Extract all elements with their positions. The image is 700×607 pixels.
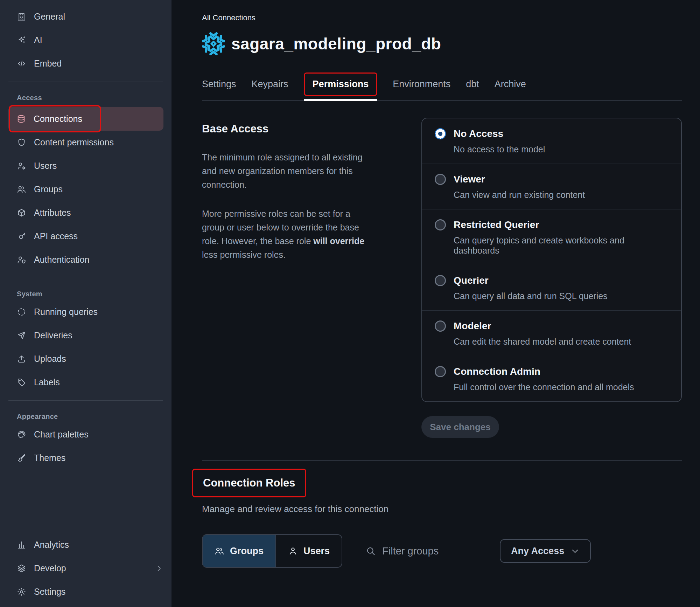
sidebar-item-label: Themes [34, 453, 65, 463]
option-name: Connection Admin [454, 366, 540, 377]
sidebar-item-label: Authentication [34, 255, 89, 265]
base-access-option[interactable]: Querier Can query all data and run SQL q… [422, 265, 681, 310]
sidebar-item-label: Running queries [34, 307, 98, 317]
access-filter-dropdown[interactable]: Any Access [500, 539, 591, 563]
sparkles-icon [17, 35, 26, 45]
sidebar-item-label: Embed [34, 58, 62, 69]
sidebar-item[interactable]: Groups [0, 178, 172, 201]
base-access-option[interactable]: Viewer Can view and run existing content [422, 164, 681, 209]
tab[interactable]: Settings [202, 68, 236, 100]
radio-button[interactable] [435, 366, 446, 377]
sidebar-item[interactable]: General [0, 5, 172, 28]
sidebar-item[interactable]: Uploads [0, 347, 172, 371]
sidebar-item-label: General [34, 12, 65, 22]
sidebar-item[interactable]: Settings [0, 580, 172, 603]
brush-icon [17, 453, 26, 463]
base-access-option[interactable]: No Access No access to the model [422, 118, 681, 164]
sidebar-item[interactable]: Content permissions [0, 131, 172, 154]
sidebar-sections: Access Connections Content permissions [0, 82, 172, 470]
base-access-option[interactable]: Connection Admin Full control over the c… [422, 356, 681, 401]
sidebar-item[interactable]: Users [0, 154, 172, 178]
option-name: Querier [454, 275, 489, 286]
tab[interactable]: Permissions [304, 68, 378, 100]
page-title: sagara_modeling_prod_db [231, 34, 441, 53]
sidebar-item[interactable]: Attributes [0, 201, 172, 225]
radio-button[interactable] [435, 219, 446, 230]
upload-icon [17, 354, 26, 364]
breadcrumb[interactable]: All Connections [202, 13, 682, 22]
toggle-segment[interactable]: Users [275, 535, 342, 567]
tab[interactable]: Environments [393, 68, 450, 100]
sidebar-divider [8, 278, 163, 278]
sidebar-item[interactable]: Develop [0, 557, 172, 580]
base-access-section: Base Access The minimum role assigned to… [202, 118, 682, 438]
radio-button[interactable] [435, 128, 446, 139]
radio-button[interactable] [435, 174, 446, 185]
tab[interactable]: Keypairs [252, 68, 288, 100]
key-icon [17, 232, 26, 241]
base-access-option[interactable]: Modeler Can edit the shared model and cr… [422, 310, 681, 356]
connection-roles-annotation-box: Connection Roles [192, 469, 306, 497]
option-description: Can view and run existing content [454, 190, 671, 200]
settings-sidebar: General AI Embed Access [0, 0, 172, 607]
base-access-option[interactable]: Restricted Querier Can query topics and … [422, 209, 681, 265]
option-name: Viewer [454, 174, 485, 185]
palette-icon [17, 430, 26, 439]
sidebar-item[interactable]: Labels [0, 371, 172, 394]
sidebar-item-label: Chart palettes [34, 429, 89, 440]
radio-button[interactable] [435, 320, 446, 332]
sidebar-bottom-group: Analytics Develop Settings [0, 533, 172, 603]
sidebar-item[interactable]: Deliveries [0, 324, 172, 347]
filter-groups-input[interactable] [382, 545, 488, 557]
sidebar-section: Access Connections Content permissions [0, 82, 172, 271]
sidebar-item-label: Uploads [34, 354, 66, 364]
filter-groups-search[interactable] [365, 545, 488, 557]
radio-button[interactable] [435, 275, 446, 286]
snowflake-icon [202, 32, 225, 55]
sidebar-item-label: Deliveries [34, 330, 72, 340]
sidebar-item-label: AI [34, 35, 42, 45]
option-name: No Access [454, 128, 503, 139]
option-description: Can query all data and run SQL queries [454, 291, 671, 301]
people-icon [215, 546, 224, 556]
save-changes-button[interactable]: Save changes [421, 416, 499, 438]
sidebar-section-label: Appearance [17, 413, 172, 421]
connection-tabs: Settings Keypairs Permissions Environmen… [202, 68, 682, 101]
sidebar-item[interactable]: Embed [0, 52, 172, 75]
sidebar-top-group: General AI Embed [0, 5, 172, 75]
base-access-option-list: No Access No access to the model Viewer … [421, 118, 682, 402]
sidebar-item[interactable]: Analytics [0, 533, 172, 557]
user-gear-icon [17, 161, 26, 171]
sidebar-item-label: Users [34, 161, 57, 171]
sidebar-section: System Running queries Deliveries [0, 278, 172, 394]
sidebar-item[interactable]: Authentication [0, 248, 172, 271]
sidebar-item-label: Develop [34, 563, 66, 573]
sidebar-item[interactable]: Connections [8, 107, 163, 131]
user-icon [288, 546, 298, 556]
base-access-description-1: The minimum role assigned to all existin… [202, 151, 369, 192]
tab[interactable]: Archive [495, 68, 526, 100]
chevron-right-icon [155, 564, 163, 573]
sidebar-item-label: Settings [34, 587, 65, 597]
people-icon [17, 185, 26, 194]
option-description: No access to the model [454, 144, 671, 154]
gear-icon [17, 587, 26, 596]
shield-icon [17, 138, 26, 147]
tag-icon [17, 378, 26, 387]
sidebar-item[interactable]: Chart palettes [0, 423, 172, 446]
sidebar-item[interactable]: API access [0, 225, 172, 248]
tab[interactable]: dbt [466, 68, 479, 100]
sidebar-item[interactable]: AI [0, 28, 172, 52]
connection-roles-controls: Groups Users Any Access [202, 534, 682, 568]
option-description: Can edit the shared model and create con… [454, 337, 671, 347]
send-icon [17, 331, 26, 340]
option-description: Can query topics and create workbooks an… [454, 235, 671, 256]
toggle-segment[interactable]: Groups [203, 535, 275, 567]
sidebar-item[interactable]: Running queries [0, 300, 172, 324]
sidebar-item-label: Labels [34, 377, 60, 387]
sidebar-item-label: Groups [34, 184, 63, 194]
sidebar-item[interactable]: Themes [0, 446, 172, 470]
chevron-right-icon [155, 588, 163, 596]
search-icon [365, 546, 376, 556]
base-access-intro: Base Access The minimum role assigned to… [202, 118, 369, 438]
